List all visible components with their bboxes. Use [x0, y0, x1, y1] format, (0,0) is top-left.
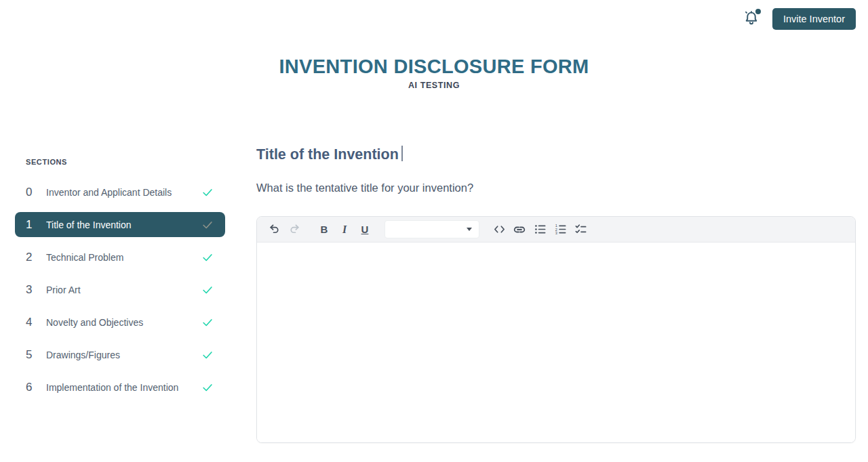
check-icon: [201, 186, 216, 198]
italic-button[interactable]: I: [334, 220, 355, 239]
check-list-icon: [574, 223, 587, 236]
check-icon: [201, 316, 216, 329]
section-label: Title of the Invention: [46, 219, 201, 230]
sidebar-item-novelty-objectives[interactable]: 4 Novelty and Objectives: [15, 310, 225, 335]
form-subtitle: AI TESTING: [0, 81, 868, 90]
check-icon: [201, 219, 216, 231]
sidebar-item-prior-art[interactable]: 3 Prior Art: [15, 277, 225, 302]
bullet-list-icon: [534, 223, 547, 236]
section-label: Drawings/Figures: [46, 350, 201, 360]
section-panel: Title of the Invention What is the tenta…: [256, 146, 856, 443]
undo-icon: [268, 223, 281, 236]
editor-content[interactable]: [257, 243, 855, 442]
section-number: 2: [26, 251, 46, 264]
section-number: 5: [26, 348, 46, 362]
section-title[interactable]: Title of the Invention: [256, 146, 856, 163]
section-label: Inventor and Applicant Details: [46, 187, 201, 198]
redo-icon: [288, 223, 301, 236]
code-button[interactable]: [489, 220, 509, 239]
check-icon: [201, 381, 216, 394]
sidebar-item-implementation[interactable]: 6 Implementation of the Invention: [15, 375, 225, 400]
sections-sidebar: SECTIONS 0 Inventor and Applicant Detail…: [15, 146, 225, 400]
rich-text-editor: B I U: [256, 216, 856, 443]
sidebar-item-title-of-invention[interactable]: 1 Title of the Invention: [15, 212, 225, 237]
svg-text:3: 3: [555, 231, 557, 235]
section-label: Novelty and Objectives: [46, 317, 201, 328]
bold-button[interactable]: B: [314, 220, 334, 239]
bullet-list-button[interactable]: [530, 220, 550, 239]
underline-button[interactable]: U: [355, 220, 375, 239]
form-title: INVENTION DISCLOSURE FORM: [0, 56, 868, 77]
notification-dot: [755, 9, 761, 14]
section-label: Prior Art: [46, 285, 201, 295]
section-number: 0: [26, 186, 46, 199]
sections-label: SECTIONS: [15, 158, 225, 166]
check-list-button[interactable]: [570, 220, 591, 239]
link-icon: [513, 223, 526, 236]
notifications-button[interactable]: [741, 9, 762, 29]
editor-toolbar: B I U: [257, 217, 855, 243]
link-button[interactable]: [509, 220, 530, 239]
section-label: Technical Problem: [46, 252, 201, 263]
top-bar: Invite Inventor: [0, 0, 868, 38]
check-icon: [201, 349, 216, 361]
sidebar-item-inventor-details[interactable]: 0 Inventor and Applicant Details: [15, 180, 225, 205]
check-icon: [201, 251, 216, 264]
ordered-list-button[interactable]: 1 2 3: [550, 220, 570, 239]
section-number: 3: [26, 283, 46, 297]
undo-button[interactable]: [264, 220, 284, 239]
section-number: 4: [26, 316, 46, 329]
section-number: 1: [26, 218, 46, 232]
redo-button[interactable]: [284, 220, 304, 239]
form-title-block: INVENTION DISCLOSURE FORM AI TESTING: [0, 56, 868, 90]
invite-inventor-button[interactable]: Invite Inventor: [772, 8, 856, 30]
sidebar-item-technical-problem[interactable]: 2 Technical Problem: [15, 245, 225, 270]
text-cursor: [401, 146, 403, 161]
chevron-down-icon: [467, 228, 472, 231]
section-list: 0 Inventor and Applicant Details 1 Title…: [15, 180, 225, 400]
section-title-text: Title of the Invention: [256, 146, 399, 163]
ordered-list-icon: 1 2 3: [554, 223, 567, 236]
section-label: Implementation of the Invention: [46, 382, 201, 393]
section-number: 6: [26, 381, 46, 394]
question-text: What is the tentative title for your inv…: [256, 181, 856, 194]
check-icon: [201, 284, 216, 296]
code-icon: [493, 223, 506, 236]
sidebar-item-drawings-figures[interactable]: 5 Drawings/Figures: [15, 342, 225, 367]
font-style-select[interactable]: [384, 220, 479, 238]
